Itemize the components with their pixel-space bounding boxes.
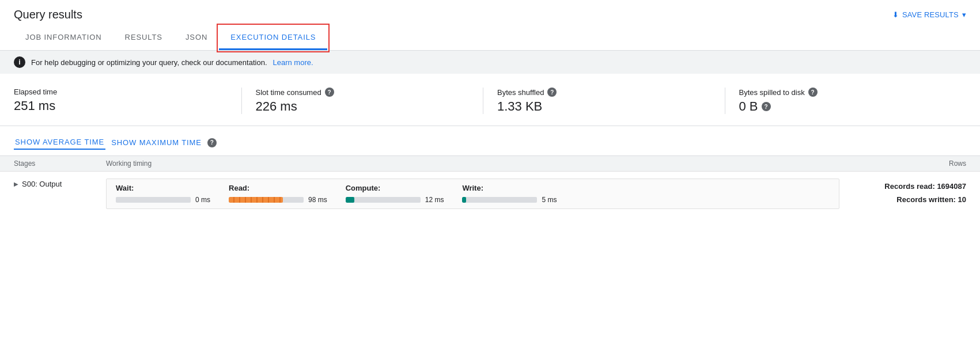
timing-block-read: Read: 98 ms	[229, 184, 327, 204]
metric-bytes-spilled-value: 0 B ?	[739, 99, 953, 114]
slot-time-help-icon[interactable]: ?	[325, 88, 334, 97]
compute-label: Compute:	[346, 184, 444, 192]
read-bar-fill	[229, 197, 283, 203]
time-controls-help-icon[interactable]: ?	[207, 138, 217, 147]
metric-bytes-spilled-label: Bytes spilled to disk ?	[739, 88, 953, 97]
bytes-shuffled-help-icon[interactable]: ?	[547, 88, 557, 97]
tab-results[interactable]: RESULTS	[113, 26, 174, 50]
bytes-spilled-help-icon[interactable]: ?	[808, 88, 818, 97]
col-rows-header: Rows	[839, 160, 966, 168]
metric-bytes-shuffled: Bytes shuffled ? 1.33 KB	[497, 88, 725, 114]
info-banner: i For help debugging or optimizing your …	[0, 51, 980, 74]
timing-block-write: Write: 5 ms	[462, 184, 557, 204]
stage-name[interactable]: ▶ S00: Output	[14, 179, 106, 188]
write-time: 5 ms	[542, 196, 557, 204]
time-controls: SHOW AVERAGE TIME SHOW MAXIMUM TIME ?	[0, 126, 980, 155]
wait-time: 0 ms	[195, 196, 210, 204]
compute-bar-row: 12 ms	[346, 196, 444, 204]
info-text: For help debugging or optimizing your qu…	[31, 58, 267, 67]
page-header: Query results ⬇ SAVE RESULTS ▾	[0, 0, 980, 26]
save-results-label: SAVE RESULTS	[902, 10, 959, 19]
metric-bytes-shuffled-label: Bytes shuffled ?	[497, 88, 711, 97]
stage-row: ▶ S00: Output Wait: 0 ms Read:	[0, 171, 980, 216]
wait-bar-track	[116, 197, 191, 203]
metric-slot-time: Slot time consumed ? 226 ms	[256, 88, 484, 114]
learn-more-link[interactable]: Learn more.	[273, 58, 313, 67]
read-bar-row: 98 ms	[229, 196, 327, 204]
wait-label: Wait:	[116, 184, 210, 192]
save-results-button[interactable]: ⬇ SAVE RESULTS ▾	[892, 10, 966, 19]
page-title: Query results	[14, 8, 82, 21]
metrics-row: Elapsed time 251 ms Slot time consumed ?…	[0, 74, 980, 126]
metric-bytes-shuffled-value: 1.33 KB	[497, 99, 711, 114]
col-timing-header: Working timing	[106, 160, 839, 168]
read-label: Read:	[229, 184, 327, 192]
tab-execution-details[interactable]: EXECUTION DETAILS	[219, 26, 327, 50]
compute-bar-track	[346, 197, 421, 203]
col-stages-header: Stages	[14, 160, 106, 168]
show-average-time-button[interactable]: SHOW AVERAGE TIME	[14, 135, 105, 150]
wait-bar-row: 0 ms	[116, 196, 210, 204]
write-bar-row: 5 ms	[462, 196, 557, 204]
records-written: Records written: 10	[839, 193, 966, 206]
timing-block-wait: Wait: 0 ms	[116, 184, 210, 204]
write-bar-track	[462, 197, 537, 203]
bytes-spilled-value-help-icon[interactable]: ?	[762, 102, 771, 111]
write-label: Write:	[462, 184, 557, 192]
tab-job-information[interactable]: JOB INFORMATION	[14, 26, 113, 50]
write-bar-fill	[462, 197, 466, 203]
metric-elapsed-time: Elapsed time 251 ms	[14, 88, 242, 114]
show-maximum-time-button[interactable]: SHOW MAXIMUM TIME	[110, 136, 203, 149]
stage-label: S00: Output	[22, 180, 62, 188]
tab-json[interactable]: JSON	[174, 26, 219, 50]
info-icon: i	[14, 56, 25, 68]
metric-elapsed-value: 251 ms	[14, 98, 228, 113]
rows-info: Records read: 1694087 Records written: 1…	[839, 179, 966, 207]
tabs-bar: JOB INFORMATION RESULTS JSON EXECUTION D…	[0, 26, 980, 51]
timing-block-compute: Compute: 12 ms	[346, 184, 444, 204]
compute-time: 12 ms	[425, 196, 444, 204]
dropdown-icon: ▾	[962, 10, 966, 19]
metric-slot-label: Slot time consumed ?	[256, 88, 470, 97]
metric-slot-value: 226 ms	[256, 99, 470, 114]
download-icon: ⬇	[892, 10, 899, 19]
metric-elapsed-label: Elapsed time	[14, 88, 228, 96]
read-bar-track	[229, 197, 304, 203]
timing-section-inner: Wait: 0 ms Read: 98 ms	[106, 179, 839, 209]
metric-bytes-spilled: Bytes spilled to disk ? 0 B ?	[739, 88, 967, 114]
read-time: 98 ms	[308, 196, 327, 204]
timing-detail: Wait: 0 ms Read: 98 ms	[106, 179, 839, 209]
stages-table-header: Stages Working timing Rows	[0, 155, 980, 171]
chevron-right-icon: ▶	[14, 181, 18, 187]
compute-bar-fill	[346, 197, 355, 203]
records-read: Records read: 1694087	[839, 180, 966, 193]
